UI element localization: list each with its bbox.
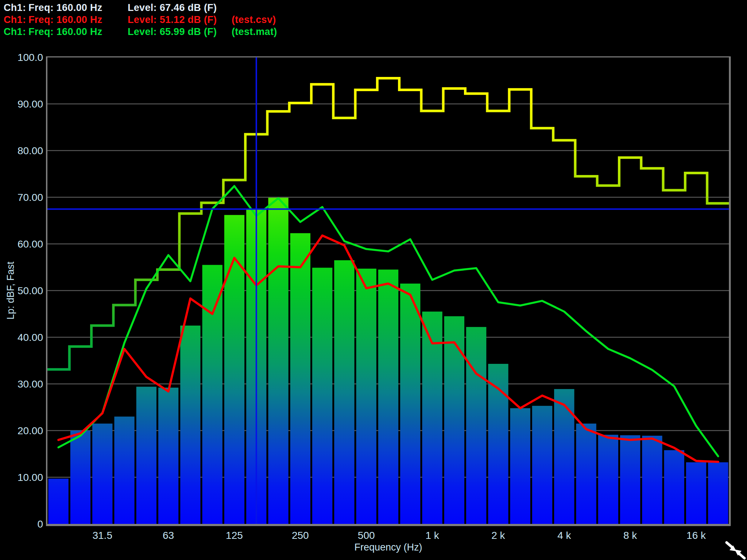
svg-text:2 k: 2 k: [491, 530, 505, 541]
svg-text:50.00: 50.00: [18, 285, 43, 296]
bar-1.6 k: [466, 327, 486, 524]
bar-31.5: [92, 424, 112, 524]
svg-text:20.00: 20.00: [18, 425, 43, 436]
spectrum-analyzer-chart[interactable]: 100.090.0080.0070.0060.0050.0040.0030.00…: [0, 0, 747, 560]
svg-text:30.00: 30.00: [18, 378, 43, 390]
x-axis-title: Frequency (Hz): [354, 542, 422, 553]
bar-315: [312, 268, 332, 524]
bar-2.5 k: [510, 408, 530, 524]
bar-5 k: [576, 424, 596, 524]
svg-text:90.00: 90.00: [18, 98, 43, 110]
bar-125: [224, 215, 244, 524]
svg-text:60.00: 60.00: [18, 238, 43, 250]
svg-text:80.00: 80.00: [18, 145, 43, 156]
svg-text:10.00: 10.00: [18, 472, 43, 483]
bar-100: [202, 265, 222, 524]
bar-4 k: [554, 389, 574, 524]
bar-10 k: [642, 436, 662, 524]
svg-text:125: 125: [226, 530, 243, 541]
app-screen: Ch1: Freq: 160.00 Hz Level: 67.46 dB (F)…: [0, 0, 747, 560]
y-axis-title: Lp: dBF, Fast: [5, 261, 16, 320]
bar-20 k: [708, 462, 728, 524]
svg-text:250: 250: [292, 530, 309, 541]
bar-40: [114, 417, 134, 524]
bar-12.5 k: [664, 450, 684, 524]
bar-400: [334, 260, 354, 524]
bar-80: [180, 326, 200, 524]
bar-1.25 k: [444, 316, 464, 524]
svg-text:40.00: 40.00: [18, 332, 43, 343]
svg-text:500: 500: [358, 530, 375, 541]
svg-text:63: 63: [163, 530, 174, 541]
svg-text:70.00: 70.00: [18, 192, 43, 203]
bar-20: [49, 479, 69, 524]
bar-3.15 k: [532, 406, 552, 524]
bar-630: [378, 269, 398, 524]
svg-text:1 k: 1 k: [425, 530, 439, 541]
bar-16 k: [686, 462, 706, 524]
bar-200: [268, 198, 288, 524]
svg-text:8 k: 8 k: [623, 530, 637, 541]
bar-6.3 k: [598, 435, 618, 524]
svg-text:100.0: 100.0: [18, 52, 43, 63]
bar-8 k: [620, 435, 640, 524]
bar-63: [158, 388, 178, 524]
bar-500: [356, 269, 376, 524]
bar-250: [290, 233, 310, 524]
svg-text:16 k: 16 k: [686, 530, 706, 541]
svg-text:31.5: 31.5: [92, 530, 112, 541]
svg-text:4 k: 4 k: [557, 530, 571, 541]
bar-800: [400, 284, 420, 524]
x-axis-labels: 31.5631252505001 k2 k4 k8 k16 k: [92, 530, 706, 541]
svg-text:0: 0: [37, 518, 43, 530]
bar-50: [136, 387, 156, 524]
rta-bars: [49, 198, 728, 524]
y-axis-labels: 100.090.0080.0070.0060.0050.0040.0030.00…: [18, 52, 43, 530]
bar-25: [70, 431, 90, 524]
collapse-arrows-icon[interactable]: [727, 542, 744, 558]
